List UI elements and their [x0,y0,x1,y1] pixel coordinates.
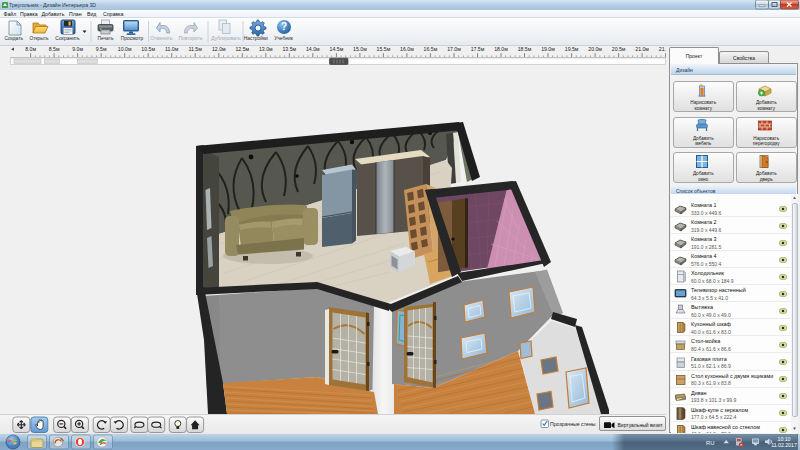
svg-text:15.5м: 15.5м [377,46,391,52]
svg-text:?: ? [281,21,287,32]
svg-text:9.5м: 9.5м [96,46,107,52]
svg-text:19.5м: 19.5м [565,46,579,52]
svg-text:13.0м: 13.0м [259,46,273,52]
svg-text:20.0м: 20.0м [588,46,602,52]
svg-text:18.5м: 18.5м [518,46,532,52]
svg-text:15.0м: 15.0м [353,46,367,52]
svg-text:11.5м: 11.5м [189,46,203,52]
svg-text:14.0м: 14.0м [306,46,320,52]
svg-text:17.0м: 17.0м [447,46,461,52]
svg-text:19.0м: 19.0м [541,46,555,52]
svg-text:10.0м: 10.0м [118,46,132,52]
svg-text:RU: RU [706,440,714,446]
svg-text:16.0м: 16.0м [400,46,414,52]
svg-text:20.5м: 20.5м [612,46,626,52]
svg-text:16.5м: 16.5м [424,46,438,52]
svg-text:14.5м: 14.5м [330,46,344,52]
svg-text:8.5м: 8.5м [49,46,60,52]
svg-text:12.0м: 12.0м [212,46,226,52]
svg-text:13.5м: 13.5м [282,46,296,52]
svg-text:18.0м: 18.0м [494,46,508,52]
svg-text:11.0м: 11.0м [165,46,179,52]
svg-text:12.5м: 12.5м [235,46,249,52]
svg-text:8.0м: 8.0м [25,46,36,52]
svg-text:17.5м: 17.5м [471,46,485,52]
svg-text:9.0м: 9.0м [72,46,83,52]
svg-text:21.0м: 21.0м [635,46,649,52]
svg-text:10.5м: 10.5м [141,46,155,52]
svg-text:21.5м: 21.5м [659,46,666,52]
